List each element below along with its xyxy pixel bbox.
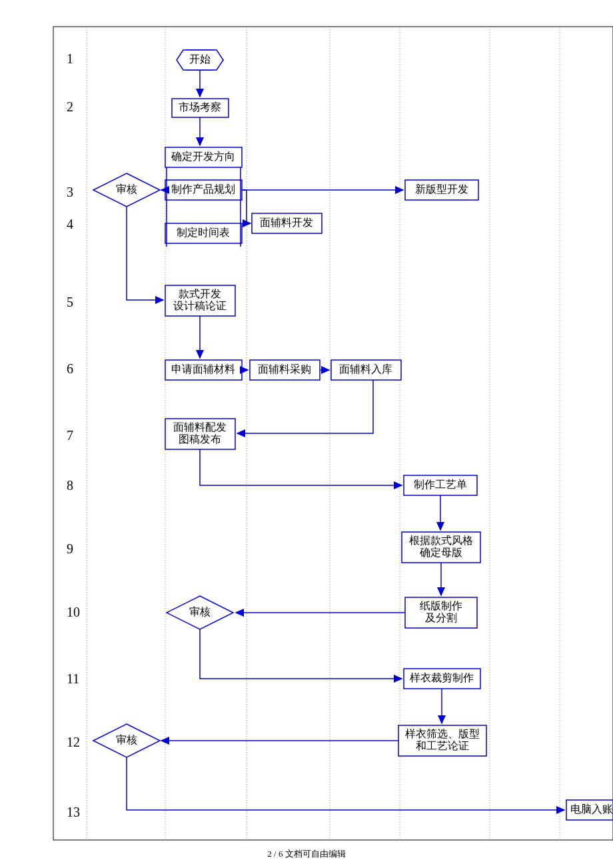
row-7: 7: [67, 428, 73, 443]
row-6: 6: [67, 361, 73, 376]
market-label: 市场考察: [179, 101, 221, 113]
styledev-l2: 设计稿论证: [173, 300, 227, 311]
apply-label: 申请面辅材料: [171, 363, 235, 375]
row-10: 10: [67, 605, 80, 619]
screen-l2: 和工艺论证: [416, 740, 469, 751]
page-footer: 2 / 6 文档可自由编辑: [0, 848, 613, 860]
paper-l2: 及分割: [425, 612, 457, 623]
row-11: 11: [67, 671, 79, 686]
row-9: 9: [67, 541, 73, 556]
computer-label: 电脑入账: [570, 803, 613, 815]
arrow-instock-dispatch: [237, 380, 373, 433]
review3-label: 审核: [116, 734, 137, 745]
arrow-plan-matdev: [242, 190, 251, 223]
master-l2: 确定母版: [419, 547, 462, 558]
screen-l1: 样衣筛选、版型: [405, 728, 480, 739]
plan-label: 制作产品规划: [171, 183, 235, 195]
arrow-dispatch-craft: [200, 449, 402, 485]
row-12: 12: [67, 735, 80, 749]
schedule-label: 制定时间表: [177, 227, 230, 238]
row-5: 5: [67, 295, 73, 309]
dispatch-l1: 面辅料配发: [173, 421, 227, 433]
arrow-review3-computer: [127, 757, 564, 810]
row-1: 1: [67, 51, 73, 66]
craft-label: 制作工艺单: [414, 479, 467, 490]
newver-label: 新版型开发: [415, 183, 468, 195]
page-root: 1 2 3 4 5 6 7 8 9 10 11 12 13 开始 市场考察 确定…: [0, 0, 613, 868]
paper-l1: 纸版制作: [420, 600, 462, 611]
row-8: 8: [67, 478, 73, 493]
row-13: 13: [67, 805, 80, 819]
purchase-label: 面辅料采购: [258, 363, 311, 375]
master-l1: 根据款式风格: [409, 535, 473, 546]
row-4: 4: [67, 217, 73, 231]
arrow-review2-cut: [200, 629, 402, 679]
row-3: 3: [67, 185, 73, 199]
review1-label: 审核: [116, 183, 137, 195]
instock-label: 面辅料入库: [339, 363, 392, 375]
styledev-l1: 款式开发: [179, 288, 221, 299]
direction-label: 确定开发方向: [171, 151, 235, 162]
row-2: 2: [67, 99, 73, 114]
material-dev-label: 面辅料开发: [260, 217, 313, 228]
arrow-review1-styledev: [127, 207, 163, 300]
flowchart-svg: 1 2 3 4 5 6 7 8 9 10 11 12 13 开始 市场考察 确定…: [0, 0, 613, 853]
start-label: 开始: [189, 53, 211, 65]
dispatch-l2: 图稿发布: [179, 433, 221, 445]
review2-label: 审核: [189, 606, 211, 617]
cut-label: 样衣裁剪制作: [410, 672, 474, 683]
